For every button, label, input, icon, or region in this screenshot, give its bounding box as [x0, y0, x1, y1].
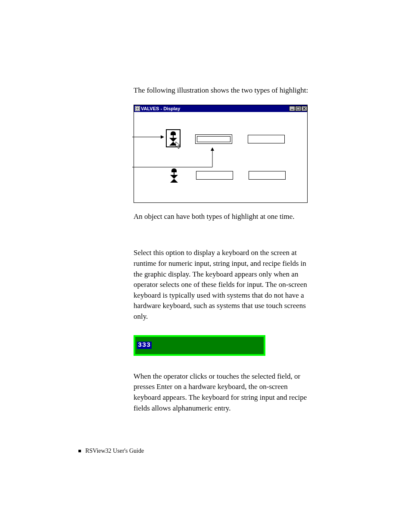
valve-icon[interactable] [168, 168, 180, 183]
svg-marker-14 [170, 175, 178, 183]
selected-input-field[interactable]: 333 [134, 335, 265, 356]
window-titlebar: VALVES - Display [134, 105, 307, 112]
svg-rect-2 [297, 107, 299, 110]
window-title: VALVES - Display [141, 106, 180, 111]
page-footer: RSView32 User's Guide [78, 448, 144, 454]
input-field-1b[interactable] [248, 135, 285, 143]
app-icon [135, 106, 140, 111]
valves-window: VALVES - Display [134, 105, 308, 203]
footer-bullet-icon [78, 450, 81, 452]
maximize-button[interactable] [295, 106, 301, 111]
callout-arrow-up [132, 147, 218, 169]
option-description-paragraph: Select this option to display a keyboard… [134, 248, 310, 322]
operator-action-paragraph: When the operator clicks or touches the … [134, 371, 310, 414]
both-types-paragraph: An object can have both types of highlig… [134, 212, 310, 222]
window-body [134, 112, 307, 202]
input-field-2b[interactable] [249, 171, 286, 180]
close-button[interactable] [301, 106, 307, 111]
svg-rect-7 [173, 135, 174, 138]
svg-marker-12 [211, 147, 214, 151]
intro-paragraph: The following illustration shows the two… [134, 85, 310, 96]
input-value: 333 [137, 342, 152, 349]
minimize-button[interactable] [289, 106, 295, 111]
footer-text: RSView32 User's Guide [85, 448, 144, 454]
input-field-2a[interactable] [196, 171, 233, 180]
svg-rect-13 [174, 172, 174, 175]
input-field-highlighted[interactable] [195, 134, 232, 144]
